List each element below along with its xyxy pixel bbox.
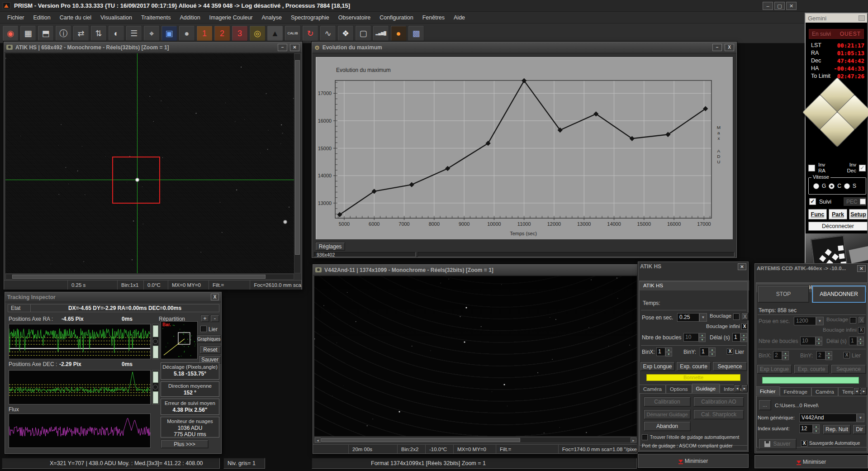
menu-edition[interactable]: Edition [29, 13, 55, 23]
abandonner-button[interactable]: ABANDONNER [812, 285, 866, 303]
star-field-view[interactable] [5, 53, 294, 273]
histogram-icon[interactable]: ▂▄▆█ [373, 25, 389, 41]
guide-loop-icon[interactable]: ↻ [302, 25, 318, 41]
calib-icon[interactable]: CALIB [285, 25, 301, 41]
func-button[interactable]: Func [808, 209, 827, 219]
deconnecter-button[interactable]: Déconnecter [808, 222, 868, 231]
zoom-minus-button[interactable]: - [210, 315, 219, 322]
dec-scale-slider[interactable] [152, 370, 159, 404]
artemis-pose-dropdown[interactable]: 1200 ▼ [794, 317, 824, 325]
levels-icon[interactable]: ☰ [126, 25, 142, 41]
exp-longue-button[interactable]: Exp Longue [640, 362, 675, 371]
spin-up-icon[interactable]: ▲ [813, 424, 820, 429]
demarrer-guidage-button[interactable]: Démarrer Guidage [644, 409, 691, 419]
plus-button[interactable]: Plus >>> [161, 440, 209, 448]
bonnette-bar[interactable]: Bonnette [646, 374, 740, 381]
binx-spinner[interactable]: 1 ▲▼ [656, 347, 672, 356]
spin-down-icon[interactable]: ▼ [665, 352, 672, 357]
spin-down-icon[interactable]: ▼ [740, 338, 747, 342]
artemis-exp-longue-button[interactable]: Exp Longue [757, 364, 792, 374]
hand-icon[interactable]: ❖ [337, 25, 354, 41]
display-icon[interactable]: ▣ [161, 25, 177, 41]
inv-ra-checkbox[interactable] [808, 165, 815, 171]
flip-vertical-icon[interactable]: ⇅ [90, 25, 107, 41]
nbre-boucles-spinner[interactable]: 10 ▲▼ [683, 333, 706, 342]
menu-imagerie-couleur[interactable]: Imagerie Couleur [205, 13, 257, 23]
camera-1-icon[interactable]: 1 [196, 25, 213, 41]
index-suivant-value[interactable]: 12 [799, 424, 813, 433]
save-icon[interactable]: ▦ [20, 25, 36, 41]
atik-minimiser-bar[interactable]: Minimiser [638, 454, 749, 468]
artemis-nbre-spinner[interactable]: 10 ▲▼ [800, 337, 822, 345]
spin-up-icon[interactable]: ▲ [857, 337, 864, 341]
pec-checkbox[interactable] [860, 199, 866, 205]
artemis-pose-value[interactable]: 1200 [794, 317, 816, 325]
spin-up-icon[interactable]: ▲ [665, 347, 672, 352]
tab-cam-ra[interactable]: Caméra [639, 385, 666, 393]
menu-fen-tres[interactable]: Fenêtres [418, 13, 449, 23]
spin-up-icon[interactable]: ▲ [825, 351, 832, 356]
biny-spinner[interactable]: 1 ▲▼ [700, 347, 716, 356]
evolution-titlebar[interactable]: ⚙ Evolution du maximum – X [312, 42, 736, 53]
camera-acquisition-icon[interactable]: ◉ [2, 25, 19, 41]
evolution-minimize-button[interactable]: – [712, 44, 722, 51]
graphiques-button[interactable]: Graphiques [197, 335, 221, 343]
tab-scroll-left-icon[interactable]: ◄ [734, 385, 740, 392]
bin-lier-checkbox[interactable]: X [727, 348, 733, 355]
artemis-lier-checkbox[interactable]: X [844, 352, 850, 358]
contrast-icon[interactable]: ◐ [108, 25, 124, 41]
menu-visualisation[interactable]: Visualisation [96, 13, 137, 23]
gemini-menu-button[interactable] [859, 15, 865, 21]
pose-dropdown[interactable]: 0.25 ▼ [677, 313, 707, 322]
setup-button[interactable]: Setup [849, 209, 868, 219]
atik-horizontal-scrollbar[interactable] [5, 274, 294, 280]
spin-down-icon[interactable]: ▼ [813, 429, 820, 433]
flip-horizontal-icon[interactable]: ⇄ [73, 25, 89, 41]
menu-carte-du-ciel[interactable]: Carte du ciel [55, 13, 96, 23]
spin-down-icon[interactable]: ▼ [699, 338, 706, 342]
info-icon[interactable]: ⓘ [55, 25, 71, 41]
artemis-delai-value[interactable]: 1 [849, 337, 857, 345]
atik-vertical-scrollbar[interactable] [294, 53, 301, 273]
artemis-bouclage-infini-checkbox[interactable]: X [858, 327, 864, 333]
speed-guide-radio[interactable] [813, 183, 819, 189]
tab-options[interactable]: Options [666, 385, 692, 393]
sauver-button[interactable]: Sauver [759, 438, 797, 449]
nbre-boucles-value[interactable]: 10 [683, 333, 699, 342]
sauvegarde-auto-checkbox[interactable]: X [801, 440, 807, 447]
menu-traitements[interactable]: Traitements [137, 13, 175, 23]
artemis-delai-spinner[interactable]: 1 ▲▼ [849, 337, 864, 345]
mosaic-icon[interactable]: ▩ [408, 25, 424, 41]
artemis-biny-value[interactable]: 2 [816, 351, 825, 360]
spin-down-icon[interactable]: ▼ [825, 356, 832, 360]
flat-panel-icon[interactable]: ▢ [355, 25, 371, 41]
reglages-button[interactable]: Réglages [315, 242, 345, 251]
crosshair-icon[interactable]: ⌖ [143, 25, 160, 41]
spin-up-icon[interactable]: ▲ [816, 337, 822, 341]
exp-courte-button[interactable]: Exp. courte [676, 362, 711, 371]
dark-hood-icon[interactable]: ▲ [267, 25, 283, 41]
atik-minimize-button[interactable]: – [278, 44, 287, 51]
spin-down-icon[interactable]: ▼ [857, 341, 864, 346]
pose-value[interactable]: 0.25 [677, 313, 699, 322]
artemis-minimiser-bar[interactable]: Minimiser [754, 455, 868, 468]
camera-2-icon[interactable]: 2 [214, 25, 230, 41]
close-button[interactable]: ✕ [786, 2, 797, 10]
tab-guidage[interactable]: Guidage [692, 384, 720, 393]
index-suivant-spinner[interactable]: 12 ▲▼ [799, 424, 820, 433]
park-button[interactable]: Park [829, 209, 847, 219]
artemis-titlebar[interactable]: ARTEMIS CCD ATIK-460ex -> -10.0... ✕ [755, 264, 868, 273]
atik-hscroll-thumb[interactable] [12, 275, 266, 279]
bouclage-infini-checkbox[interactable]: X [741, 324, 748, 330]
tab-fen-trage[interactable]: Fenêtrage [780, 387, 811, 396]
nom-generique-value[interactable]: V442And [799, 414, 857, 422]
evolution-close-button[interactable]: X [725, 44, 734, 51]
calibration-ao-button[interactable]: Calibration AO [693, 397, 744, 407]
v442-titlebar[interactable]: V442And-11 | 1374x1099 - Monochrome - Ré… [313, 265, 637, 276]
ra-scale-slider[interactable] [152, 324, 159, 359]
artemis-binx-value[interactable]: 2 [773, 351, 782, 360]
trouver-etoile-checkbox[interactable] [642, 434, 648, 440]
tab-fichier[interactable]: Fichier [756, 386, 780, 395]
artemis-close[interactable]: ✕ [857, 265, 866, 272]
menu-analyse[interactable]: Analyse [257, 13, 286, 23]
